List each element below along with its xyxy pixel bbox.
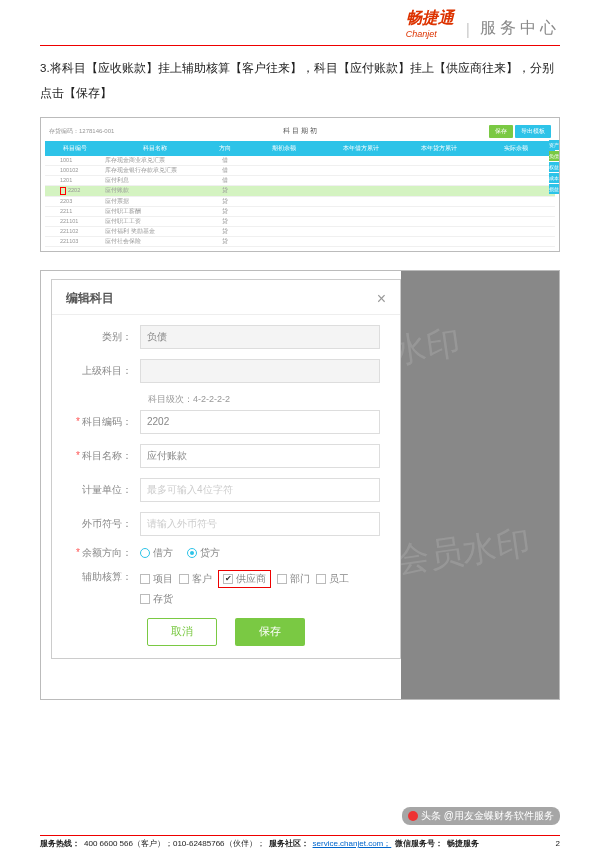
table-row[interactable]: 221101应付职工工资贷	[45, 217, 555, 227]
aux-supplier[interactable]: 供应商	[218, 570, 271, 588]
aux-inventory[interactable]: 存货	[140, 592, 173, 606]
wechat-label: 微信服务号：	[395, 838, 443, 849]
footer-rule	[40, 835, 560, 836]
brand-block: 畅捷通 Chanjet | 服务中心	[406, 8, 560, 39]
step-instruction: 3.将科目【应收账款】挂上辅助核算【客户往来】，科目【应付账款】挂上【供应商往来…	[40, 56, 560, 107]
aux-customer[interactable]: 客户	[179, 570, 212, 588]
currency-label: 外币符号：	[72, 517, 140, 531]
tag-pl[interactable]: 损益	[549, 184, 559, 194]
dialog-backdrop	[401, 271, 559, 699]
name-label: *科目名称：	[72, 449, 140, 463]
aux-employee[interactable]: 员工	[316, 570, 349, 588]
aux-project[interactable]: 项目	[140, 570, 173, 588]
save-button[interactable]: 保存	[235, 618, 305, 646]
hotline-label: 服务热线：	[40, 838, 80, 849]
tag-liability[interactable]: 负债	[549, 151, 559, 161]
dialog-title: 编辑科目	[66, 290, 114, 307]
cancel-button[interactable]: 取消	[147, 618, 217, 646]
attribution-badge: 头条 @用友金蝶财务软件服务	[402, 807, 560, 825]
community-link[interactable]: service.chanjet.com；	[313, 838, 392, 849]
brand-en: Chanjet	[406, 29, 454, 39]
code-label: *科目编码：	[72, 415, 140, 429]
table-row[interactable]: 1001库存现金商业承兑汇票借	[45, 156, 555, 166]
table-row[interactable]: 2211应付职工薪酬贷	[45, 207, 555, 217]
th-debit: 本年借方累计	[323, 143, 401, 154]
aux-label: 辅助核算：	[72, 570, 140, 584]
name-input[interactable]: 应付账款	[140, 444, 380, 468]
tag-equity[interactable]: 权益	[549, 162, 559, 172]
unit-input[interactable]: 最多可输入4位字符	[140, 478, 380, 502]
brand-cn: 畅捷通	[406, 9, 454, 26]
table-row[interactable]: 1201应付利息借	[45, 176, 555, 186]
category-tags: 资产 负债 权益 成本 损益	[549, 140, 559, 195]
parent-label: 上级科目：	[72, 364, 140, 378]
tag-asset[interactable]: 资产	[549, 140, 559, 150]
table-header-row: 科目编号 科目名称 方向 期初余额 本年借方累计 本年贷方累计 实际余额	[45, 141, 555, 156]
brand-service: 服务中心	[480, 18, 560, 39]
community-label: 服务社区：	[269, 838, 309, 849]
th-code: 科目编号	[45, 143, 105, 154]
topbar-code: 存货编码：1278146-001	[49, 127, 114, 136]
brand-divider: |	[466, 21, 470, 39]
tag-cost[interactable]: 成本	[549, 173, 559, 183]
table-body: 1001库存现金商业承兑汇票借100102库存现金银行存款承兑汇票借1201应付…	[45, 156, 555, 247]
hotline-text: 400 6600 566（客户）；010-62485766（伙伴）；	[84, 838, 265, 849]
th-dir: 方向	[205, 143, 245, 154]
close-icon[interactable]: ×	[377, 290, 386, 308]
debit-radio[interactable]: 借方	[140, 546, 173, 560]
header-rule	[40, 45, 560, 46]
table-row[interactable]: 2202应付账款贷	[45, 186, 555, 197]
wechat-text: 畅捷服务	[447, 838, 479, 849]
table-row[interactable]: 221102应付福利 奖励基金贷	[45, 227, 555, 237]
table-row[interactable]: 221103应付社会保险贷	[45, 237, 555, 247]
unit-label: 计量单位：	[72, 483, 140, 497]
th-initial: 期初余额	[245, 143, 323, 154]
type-label: 类别：	[72, 330, 140, 344]
page-footer: 服务热线： 400 6600 566（客户）；010-62485766（伙伴）；…	[40, 835, 560, 849]
aux-dept[interactable]: 部门	[277, 570, 310, 588]
balance-label: *余额方向：	[72, 546, 140, 560]
edit-subject-dialog: 编辑科目 × 类别： 负债 上级科目： 科目级次：4-2-2-2-2 *科目编码…	[51, 279, 401, 659]
topbar-title: 科目期初	[114, 126, 487, 136]
th-actual: 实际余额	[478, 143, 556, 154]
type-input: 负债	[140, 325, 380, 349]
credit-radio[interactable]: 贷方	[187, 546, 220, 560]
table-row[interactable]: 100102库存现金银行存款承兑汇票借	[45, 166, 555, 176]
th-credit: 本年贷方累计	[400, 143, 478, 154]
table-topbar: 存货编码：1278146-001 科目期初 保存 导出模板	[45, 122, 555, 141]
topbar-export-button[interactable]: 导出模板	[515, 125, 551, 138]
parent-input	[140, 359, 380, 383]
screenshot-dialog: 非会员水印 非会员水印 非会员水印 编辑科目 × 类别： 负债 上级科目： 科目…	[40, 270, 560, 700]
page-number: 2	[556, 839, 560, 848]
table-row[interactable]: 2203应付票据贷	[45, 197, 555, 207]
topbar-save-button[interactable]: 保存	[489, 125, 513, 138]
currency-input[interactable]: 请输入外币符号	[140, 512, 380, 536]
code-input[interactable]: 2202	[140, 410, 380, 434]
level-hint: 科目级次：4-2-2-2-2	[148, 393, 380, 406]
screenshot-table: 存货编码：1278146-001 科目期初 保存 导出模板 科目编号 科目名称 …	[40, 117, 560, 252]
th-name: 科目名称	[105, 143, 205, 154]
page-header: 畅捷通 Chanjet | 服务中心	[0, 0, 600, 43]
